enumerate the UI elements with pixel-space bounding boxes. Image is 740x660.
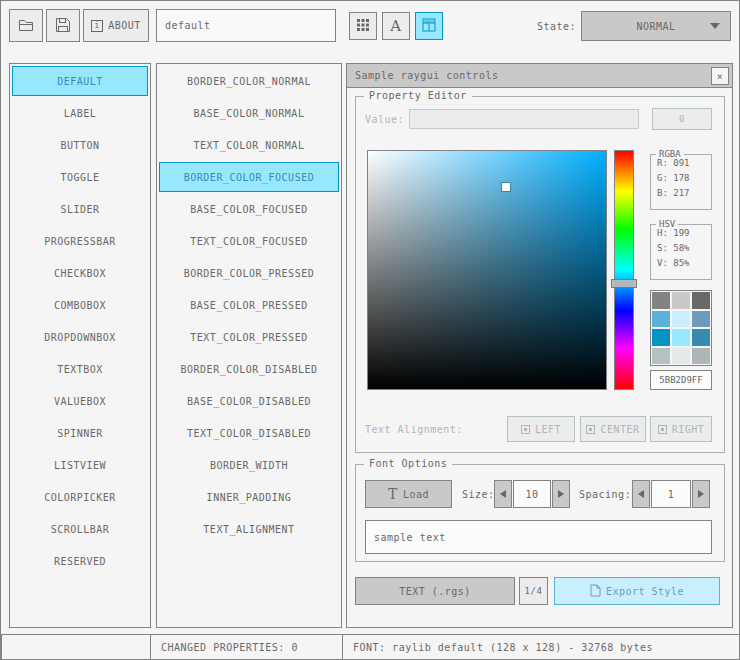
hsv-group-label: HSV <box>656 219 678 229</box>
palette-swatch[interactable] <box>672 348 690 365</box>
state-dropdown[interactable]: NORMAL <box>581 11 731 41</box>
grid-icon <box>356 18 370 34</box>
property-list-item[interactable]: BASE_COLOR_NORMAL <box>159 98 339 128</box>
grid-view-button[interactable] <box>349 12 377 40</box>
color-saturation-value-panel[interactable] <box>367 150 607 390</box>
property-list-item[interactable]: BORDER_WIDTH <box>159 450 339 480</box>
save-file-button[interactable] <box>46 9 80 42</box>
export-page-button[interactable]: 1/4 <box>519 577 548 605</box>
about-button-label: ABOUT <box>108 20 141 31</box>
statusbar-left-section <box>1 634 151 660</box>
controls-list-item[interactable]: CHECKBOX <box>12 258 148 288</box>
style-color-palette <box>650 290 712 366</box>
about-button[interactable]: i ABOUT <box>83 9 149 42</box>
sample-controls-window: Sample raygui controls × Property Editor… <box>346 63 733 628</box>
font-size-label: Size: <box>462 480 495 508</box>
controls-list-item[interactable]: TEXTBOX <box>12 354 148 384</box>
export-style-button[interactable]: Export Style <box>554 577 720 605</box>
palette-swatch[interactable] <box>692 311 710 328</box>
letter-a-icon: A <box>390 19 401 34</box>
property-list-item[interactable]: BASE_COLOR_FOCUSED <box>159 194 339 224</box>
font-t-icon: T <box>388 487 398 501</box>
property-list-item[interactable]: BORDER_COLOR_PRESSED <box>159 258 339 288</box>
style-name-input[interactable] <box>156 9 336 42</box>
controls-list-item[interactable]: SLIDER <box>12 194 148 224</box>
text-alignment-label: Text Alignment: <box>365 416 463 442</box>
palette-swatch[interactable] <box>692 329 710 346</box>
size-value-box[interactable]: 10 <box>513 480 551 508</box>
property-list-item[interactable]: BASE_COLOR_PRESSED <box>159 290 339 320</box>
sample-text-input[interactable] <box>365 520 712 554</box>
controls-list-item[interactable]: SPINNER <box>12 418 148 448</box>
property-list-item[interactable]: BORDER_COLOR_NORMAL <box>159 66 339 96</box>
controls-list-item[interactable]: COLORPICKER <box>12 482 148 512</box>
spacing-decrement-button[interactable] <box>632 480 650 508</box>
controls-list-item[interactable]: TOGGLE <box>12 162 148 192</box>
align-center-button[interactable]: CENTER <box>580 416 646 442</box>
controls-list-item[interactable]: DROPDOWNBOX <box>12 322 148 352</box>
open-file-button[interactable] <box>9 9 43 42</box>
controls-list-item[interactable]: LABEL <box>12 98 148 128</box>
palette-swatch[interactable] <box>672 329 690 346</box>
font-options-group-label: Font Options <box>364 458 452 469</box>
palette-swatch[interactable] <box>672 292 690 309</box>
hue-bar[interactable] <box>614 150 634 390</box>
hsv-group: HSV H: 199 S: 58% V: 85% <box>650 224 712 280</box>
close-icon: × <box>717 71 724 82</box>
property-list-item[interactable]: BORDER_COLOR_FOCUSED <box>159 162 339 192</box>
palette-swatch[interactable] <box>652 292 670 309</box>
size-increment-button[interactable] <box>552 480 570 508</box>
controls-list-item[interactable]: VALUEBOX <box>12 386 148 416</box>
property-list-item[interactable]: TEXT_ALIGNMENT <box>159 514 339 544</box>
controls-list-item[interactable]: COMBOBOX <box>12 290 148 320</box>
property-list-item[interactable]: TEXT_COLOR_NORMAL <box>159 130 339 160</box>
controls-list-item[interactable]: PROGRESSBAR <box>12 226 148 256</box>
property-list-item[interactable]: BORDER_COLOR_DISABLED <box>159 354 339 384</box>
property-list-item[interactable]: TEXT_COLOR_DISABLED <box>159 418 339 448</box>
spacing-value-box[interactable]: 1 <box>651 480 691 508</box>
value-input[interactable] <box>409 109 639 129</box>
property-list-item[interactable]: TEXT_COLOR_FOCUSED <box>159 226 339 256</box>
font-load-label: Load <box>403 489 429 500</box>
align-center-label: CENTER <box>600 424 639 435</box>
state-label: State: <box>511 11 576 41</box>
controls-list-item[interactable]: RESERVED <box>12 546 148 576</box>
value-button[interactable]: 0 <box>652 108 712 130</box>
palette-swatch[interactable] <box>672 311 690 328</box>
controls-list-item[interactable]: SCROLLBAR <box>12 514 148 544</box>
folder-open-icon <box>18 17 34 35</box>
font-load-button[interactable]: T Load <box>365 480 452 508</box>
spacing-increment-button[interactable] <box>692 480 710 508</box>
sample-window-titlebar[interactable]: Sample raygui controls × <box>347 64 732 88</box>
align-right-icon <box>658 425 667 434</box>
property-list-item[interactable]: INNER_PADDING <box>159 482 339 512</box>
arrow-left-icon <box>500 490 506 498</box>
palette-swatch[interactable] <box>692 292 710 309</box>
property-list-item[interactable]: TEXT_COLOR_PRESSED <box>159 322 339 352</box>
size-decrement-button[interactable] <box>494 480 512 508</box>
palette-swatch[interactable] <box>652 348 670 365</box>
palette-swatch[interactable] <box>652 329 670 346</box>
statusbar-changed-properties: CHANGED PROPERTIES: 0 <box>150 634 343 660</box>
align-right-button[interactable]: RIGHT <box>650 416 712 442</box>
close-button[interactable]: × <box>711 67 729 85</box>
hsv-v-value: V: 85% <box>651 255 711 270</box>
property-list-item[interactable]: BASE_COLOR_DISABLED <box>159 386 339 416</box>
color-cursor[interactable] <box>502 183 510 191</box>
controls-list-item[interactable]: DEFAULT <box>12 66 148 96</box>
align-left-button[interactable]: LEFT <box>507 416 575 442</box>
controls-list-item[interactable]: LISTVIEW <box>12 450 148 480</box>
palette-swatch[interactable] <box>692 348 710 365</box>
rgba-group: RGBA R: 091 G: 178 B: 217 <box>650 154 712 210</box>
hue-slider[interactable] <box>611 279 637 288</box>
align-center-icon <box>586 425 595 434</box>
style-table-button[interactable] <box>415 12 443 40</box>
controls-list-item[interactable]: BUTTON <box>12 130 148 160</box>
table-edit-icon <box>422 18 436 34</box>
hex-color-value[interactable]: 5BB2D9FF <box>650 370 712 390</box>
export-format-button[interactable]: TEXT (.rgs) <box>355 577 515 605</box>
sample-window-title: Sample raygui controls <box>355 70 498 81</box>
font-settings-button[interactable]: A <box>382 12 410 40</box>
align-right-label: RIGHT <box>672 424 705 435</box>
palette-swatch[interactable] <box>652 311 670 328</box>
